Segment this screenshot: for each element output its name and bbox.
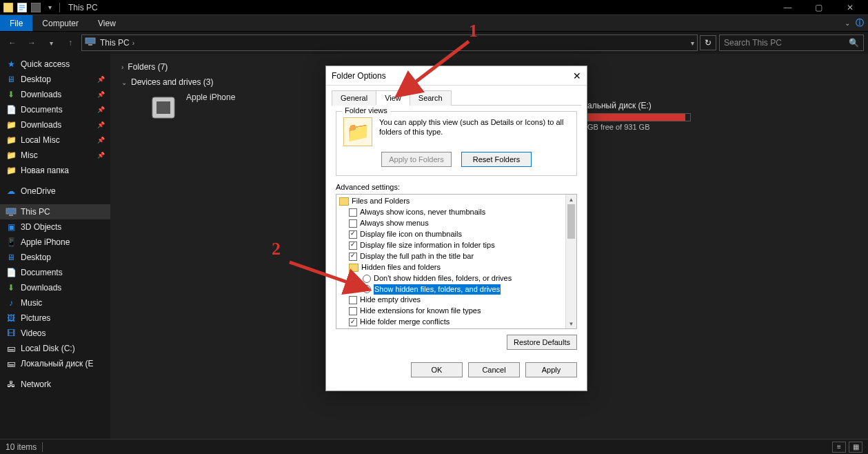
checkbox[interactable] bbox=[349, 230, 357, 239]
checkbox[interactable] bbox=[349, 318, 357, 326]
pin-icon: 📌 bbox=[97, 121, 105, 128]
drive-label: альный диск (E:) bbox=[587, 101, 725, 110]
search-input[interactable]: Search This PC 🔍 bbox=[719, 34, 864, 51]
sidebar-downloads[interactable]: ⬇Downloads📌 bbox=[0, 87, 110, 102]
sidebar-quick-access[interactable]: ★Quick access bbox=[0, 57, 110, 72]
star-icon: ★ bbox=[6, 59, 17, 70]
cancel-button[interactable]: Cancel bbox=[468, 362, 520, 377]
sidebar-desktop2[interactable]: 🖥Desktop bbox=[0, 250, 110, 265]
refresh-button[interactable]: ↻ bbox=[700, 35, 716, 50]
advanced-settings-list[interactable]: Files and Folders Always show icons, nev… bbox=[336, 194, 577, 329]
tab-search[interactable]: Search bbox=[410, 90, 452, 106]
drive-usage-bar bbox=[587, 113, 691, 121]
svg-rect-6 bbox=[9, 215, 13, 216]
sidebar-downloads2[interactable]: 📁Downloads📌 bbox=[0, 117, 110, 132]
qat-newfolder-icon[interactable] bbox=[30, 2, 41, 13]
sidebar-thispc[interactable]: This PC bbox=[0, 204, 110, 219]
scrollbar[interactable]: ▲ ▼ bbox=[565, 195, 576, 328]
pin-icon: 📌 bbox=[97, 137, 105, 144]
sidebar-localc[interactable]: 🖴Local Disk (C:) bbox=[0, 341, 110, 356]
restore-defaults-button[interactable]: Restore Defaults bbox=[507, 335, 577, 350]
videos-icon: 🎞 bbox=[6, 328, 17, 339]
minimize-button[interactable]: — bbox=[772, 0, 803, 15]
sidebar-documents2[interactable]: 📄Documents bbox=[0, 265, 110, 280]
view-tab[interactable]: View bbox=[88, 15, 125, 31]
sidebar-network[interactable]: 🖧Network bbox=[0, 377, 110, 392]
tab-general[interactable]: General bbox=[332, 90, 376, 106]
sidebar-documents[interactable]: 📄Documents📌 bbox=[0, 102, 110, 117]
sidebar-newfolder[interactable]: 📁Новая папка bbox=[0, 163, 110, 178]
view-large-button[interactable]: ▦ bbox=[849, 442, 862, 453]
drive-e[interactable]: альный диск (E:) GB free of 931 GB bbox=[587, 101, 725, 131]
pin-icon: 📌 bbox=[97, 76, 105, 83]
annotation-number-2: 2 bbox=[272, 239, 281, 259]
svg-rect-8 bbox=[157, 101, 170, 114]
checkbox[interactable] bbox=[349, 241, 357, 250]
scroll-thumb[interactable] bbox=[567, 204, 575, 239]
music-icon: ♪ bbox=[6, 297, 17, 308]
status-bar: 10 items ≡ ▦ bbox=[0, 439, 868, 454]
breadcrumb-root[interactable]: This PC bbox=[100, 38, 130, 48]
checkbox[interactable] bbox=[349, 253, 357, 261]
sidebar-misc[interactable]: 📁Misc📌 bbox=[0, 148, 110, 163]
documents-icon: 📄 bbox=[6, 267, 17, 278]
close-button[interactable]: ✕ bbox=[834, 0, 865, 15]
svg-rect-2 bbox=[31, 3, 41, 12]
chevron-right-icon: › bbox=[121, 63, 123, 71]
folder-icon: 📁 bbox=[6, 165, 17, 176]
pc-icon bbox=[6, 206, 17, 217]
folder-icon: 📁 bbox=[6, 135, 17, 146]
address-bar[interactable]: This PC › ▾ bbox=[81, 34, 698, 51]
checkbox[interactable] bbox=[349, 307, 357, 315]
view-details-button[interactable]: ≡ bbox=[832, 442, 846, 453]
pin-icon: 📌 bbox=[97, 91, 105, 98]
dialog-close-button[interactable]: ✕ bbox=[573, 70, 581, 81]
svg-rect-3 bbox=[85, 38, 95, 43]
sidebar-downloads3[interactable]: ⬇Downloads bbox=[0, 280, 110, 295]
ok-button[interactable]: OK bbox=[411, 362, 463, 377]
sidebar-3dobjects[interactable]: ▣3D Objects bbox=[0, 219, 110, 235]
annotation-number-1: 1 bbox=[469, 21, 478, 41]
scroll-down-icon[interactable]: ▼ bbox=[566, 319, 576, 328]
help-icon[interactable]: ⓘ bbox=[856, 17, 864, 29]
sidebar-localmisc[interactable]: 📁Local Misc📌 bbox=[0, 132, 110, 148]
qat-dropdown-icon[interactable]: ▾ bbox=[44, 2, 55, 13]
checkbox[interactable] bbox=[349, 296, 357, 304]
up-button[interactable]: ↑ bbox=[62, 34, 79, 51]
tab-view[interactable]: View bbox=[376, 90, 410, 106]
apply-button[interactable]: Apply bbox=[525, 362, 577, 377]
file-tab[interactable]: File bbox=[0, 15, 32, 31]
ribbon-expand-icon[interactable]: ⌄ bbox=[845, 19, 850, 27]
drive-icon: 🖴 bbox=[6, 358, 17, 369]
sidebar-pictures[interactable]: 🖼Pictures bbox=[0, 310, 110, 326]
network-icon: 🖧 bbox=[6, 379, 17, 390]
checkbox[interactable] bbox=[349, 219, 357, 228]
radio[interactable] bbox=[363, 285, 371, 293]
scroll-up-icon[interactable]: ▲ bbox=[566, 195, 576, 204]
radio[interactable] bbox=[363, 275, 371, 283]
sidebar-iphone[interactable]: 📱Apple iPhone bbox=[0, 235, 110, 250]
drive-icon: 🖴 bbox=[6, 343, 17, 354]
device-label: Apple iPhone bbox=[186, 92, 235, 102]
folder-icon: 📁 bbox=[6, 119, 17, 130]
back-button[interactable]: ← bbox=[4, 34, 21, 51]
sidebar-music[interactable]: ♪Music bbox=[0, 295, 110, 310]
address-dropdown-icon[interactable]: ▾ bbox=[691, 39, 694, 47]
pc-icon bbox=[85, 37, 96, 48]
dialog-titlebar: Folder Options ✕ bbox=[326, 66, 587, 86]
dialog-title: Folder Options bbox=[332, 71, 386, 81]
sidebar-videos[interactable]: 🎞Videos bbox=[0, 326, 110, 341]
reset-folders-button[interactable]: Reset Folders bbox=[461, 152, 532, 167]
sidebar-onedrive[interactable]: ☁OneDrive bbox=[0, 184, 110, 199]
sidebar-desktop[interactable]: 🖥Desktop📌 bbox=[0, 72, 110, 87]
folder-icon: 📁 bbox=[6, 150, 17, 161]
sidebar-locale[interactable]: 🖴Локальный диск (E bbox=[0, 356, 110, 371]
qat-properties-icon[interactable] bbox=[17, 2, 28, 13]
history-dropdown[interactable]: ▾ bbox=[43, 34, 59, 51]
search-icon: 🔍 bbox=[849, 38, 859, 48]
apply-to-folders-button[interactable]: Apply to Folders bbox=[381, 152, 452, 167]
computer-tab[interactable]: Computer bbox=[32, 15, 88, 31]
forward-button[interactable]: → bbox=[23, 34, 40, 51]
checkbox[interactable] bbox=[349, 208, 357, 217]
maximize-button[interactable]: ▢ bbox=[803, 0, 834, 15]
